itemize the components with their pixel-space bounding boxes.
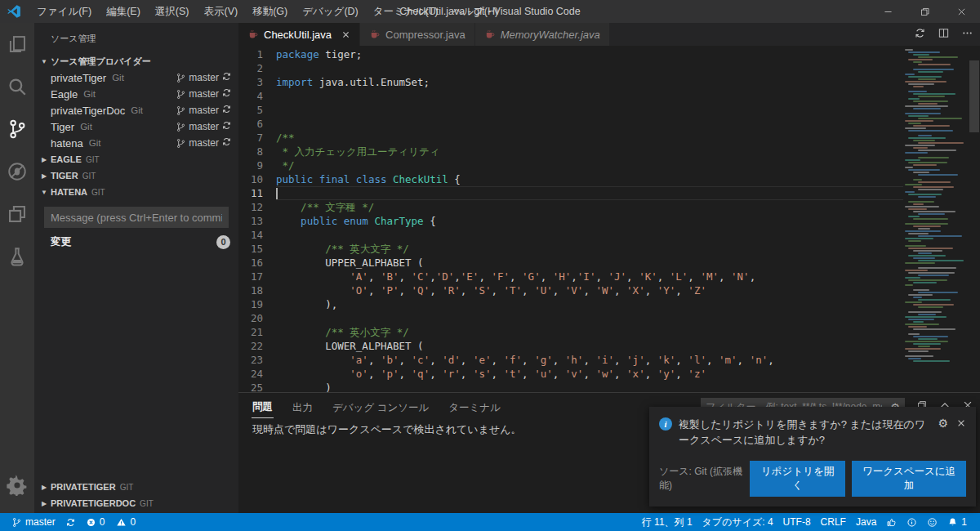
more-actions-icon[interactable]: [961, 27, 973, 42]
panel-tab-問題[interactable]: 問題: [252, 395, 274, 418]
code-line[interactable]: 24 'o', 'p', 'q', 'r', 's', 't', 'u', 'v…: [238, 367, 903, 381]
extensions-icon[interactable]: [0, 193, 34, 235]
sync-icon[interactable]: [221, 120, 232, 131]
provider-type: Git: [89, 138, 101, 148]
menu-item-2[interactable]: 選択(S): [148, 0, 197, 23]
restore-button[interactable]: [906, 0, 943, 23]
code-line[interactable]: 16 UPPER_ALPHABET (: [238, 256, 903, 270]
repo-section-eagle[interactable]: ▶EAGLEGIT: [34, 151, 238, 167]
close-tab-icon[interactable]: [341, 30, 350, 39]
minimap[interactable]: [903, 49, 969, 392]
changes-row[interactable]: 変更 0: [34, 233, 238, 251]
feedback-thumbsup-icon[interactable]: [881, 513, 902, 531]
notification-settings-icon[interactable]: ⚙: [938, 417, 948, 430]
code-line[interactable]: 14: [238, 228, 903, 242]
code-line[interactable]: 3import java.util.EnumSet;: [238, 75, 903, 89]
branch-indicator[interactable]: master: [7, 513, 60, 531]
git-branch-icon: [176, 138, 186, 149]
code-line[interactable]: 11: [238, 186, 903, 200]
repo-section-privatetiger[interactable]: ▶PRIVATETIGERGIT: [34, 479, 238, 495]
code-line[interactable]: 12 /** 文字種 */: [238, 200, 903, 214]
code-line[interactable]: 13 public enum CharType {: [238, 214, 903, 228]
code-line[interactable]: 7/**: [238, 131, 903, 145]
code-line[interactable]: 9 */: [238, 158, 903, 172]
commit-message-input[interactable]: [44, 207, 229, 228]
sync-button[interactable]: [221, 120, 232, 133]
sync-button[interactable]: [221, 136, 232, 149]
notification-close-icon[interactable]: [956, 417, 966, 431]
notifications-bell[interactable]: 1: [942, 513, 972, 531]
providers-section-header[interactable]: ▼ソース管理プロバイダー: [34, 53, 238, 69]
panel-tab-出力[interactable]: 出力: [292, 396, 314, 418]
code-line[interactable]: 2: [238, 61, 903, 75]
info-circle-icon[interactable]: [902, 513, 922, 531]
tab-MemoryWatcher.java[interactable]: MemoryWatcher.java: [475, 23, 609, 46]
menu-item-5[interactable]: デバッグ(D): [295, 0, 366, 23]
repo-section-privatetigerdoc[interactable]: ▶PRIVATETIGERDOCGIT: [34, 495, 238, 511]
language-indicator[interactable]: Java: [851, 513, 881, 531]
menu-item-0[interactable]: ファイル(F): [29, 0, 99, 23]
panel-tab-ターミナル[interactable]: ターミナル: [448, 396, 501, 418]
menu-item-4[interactable]: 移動(G): [245, 0, 295, 23]
add-to-workspace-button[interactable]: ワークスペースに追加: [852, 461, 966, 497]
encoding-indicator[interactable]: UTF-8: [778, 513, 816, 531]
sync-button[interactable]: [60, 513, 81, 531]
source-control-icon[interactable]: [0, 108, 34, 150]
tab-size-indicator[interactable]: タブのサイズ: 4: [697, 513, 778, 531]
provider-row-privateTigerDoc[interactable]: privateTigerDocGitmaster: [34, 102, 238, 118]
editor-scrollbar[interactable]: [969, 46, 980, 392]
code-line[interactable]: 15 /** 英大文字 */: [238, 242, 903, 256]
notification-source: ソース: Git (拡張機能): [659, 465, 750, 493]
sync-changes-icon[interactable]: [914, 27, 926, 42]
sync-button[interactable]: [221, 71, 232, 84]
eol-indicator[interactable]: CRLF: [816, 513, 851, 531]
code-line[interactable]: 10public final class CheckUtil {: [238, 172, 903, 186]
menu-item-6[interactable]: ターミナル(T): [366, 0, 446, 23]
menu-item-7[interactable]: ヘルプ(H): [445, 0, 506, 23]
provider-row-Tiger[interactable]: TigerGitmaster: [34, 118, 238, 135]
code-line[interactable]: 23 'a', 'b', 'c', 'd', 'e', 'f', 'g', 'h…: [238, 353, 903, 367]
sync-icon[interactable]: [221, 87, 232, 98]
settings-gear-icon[interactable]: [0, 464, 34, 506]
minimize-button[interactable]: [870, 0, 906, 23]
repo-section-hatena[interactable]: ▼HATENAGIT: [34, 184, 238, 200]
code-line[interactable]: 17 'A', 'B', 'C','D','E', 'F', 'G', 'H',…: [238, 270, 903, 283]
code-line[interactable]: 8 * 入力チェック用ユーティリティ: [238, 145, 903, 158]
search-icon[interactable]: [0, 65, 34, 108]
feedback-smiley-icon[interactable]: [922, 513, 942, 531]
sync-icon[interactable]: [221, 71, 232, 82]
open-repository-button[interactable]: リポジトリを開く: [750, 461, 845, 497]
code-line[interactable]: 25 ): [238, 381, 903, 392]
code-line[interactable]: 20: [238, 311, 903, 325]
menu-item-1[interactable]: 編集(E): [99, 0, 148, 23]
code-line[interactable]: 6: [238, 117, 903, 131]
sync-icon[interactable]: [221, 136, 232, 147]
split-editor-icon[interactable]: [938, 27, 950, 42]
code-line[interactable]: 19 ),: [238, 297, 903, 311]
code-line[interactable]: 4: [238, 89, 903, 103]
test-flask-icon[interactable]: [0, 235, 34, 278]
tab-Compressor.java[interactable]: Compressor.java: [360, 23, 474, 46]
explorer-icon[interactable]: [0, 23, 34, 65]
close-window-button[interactable]: [943, 0, 980, 23]
sync-button[interactable]: [221, 104, 232, 117]
provider-row-Eagle[interactable]: EagleGitmaster: [34, 86, 238, 102]
code-editor[interactable]: 1package tiger;23import java.util.EnumSe…: [238, 46, 980, 392]
code-line[interactable]: 5: [238, 103, 903, 117]
problems-indicator[interactable]: 0 0: [81, 513, 140, 531]
code-line[interactable]: 1package tiger;: [238, 47, 903, 61]
provider-row-hatena[interactable]: hatenaGitmaster: [34, 135, 238, 151]
menu-item-3[interactable]: 表示(V): [196, 0, 245, 23]
repo-section-tiger[interactable]: ▶TIGERGIT: [34, 167, 238, 184]
code-line[interactable]: 21 /** 英小文字 */: [238, 325, 903, 339]
cursor-position[interactable]: 行 11、列 1: [637, 513, 697, 531]
provider-row-privateTiger[interactable]: privateTigerGitmaster: [34, 69, 238, 86]
sync-button[interactable]: [221, 87, 232, 100]
panel-tab-デバッグ コンソール[interactable]: デバッグ コンソール: [332, 396, 430, 418]
sync-icon[interactable]: [221, 104, 232, 114]
repo-section-label: EAGLE: [51, 154, 82, 164]
debug-icon[interactable]: [0, 150, 34, 193]
code-line[interactable]: 22 LOWER_ALPHABET (: [238, 339, 903, 353]
code-line[interactable]: 18 'O', 'P', 'Q', 'R', 'S', 'T', 'U', 'V…: [238, 283, 903, 297]
tab-CheckUtil.java[interactable]: CheckUtil.java: [238, 23, 359, 46]
